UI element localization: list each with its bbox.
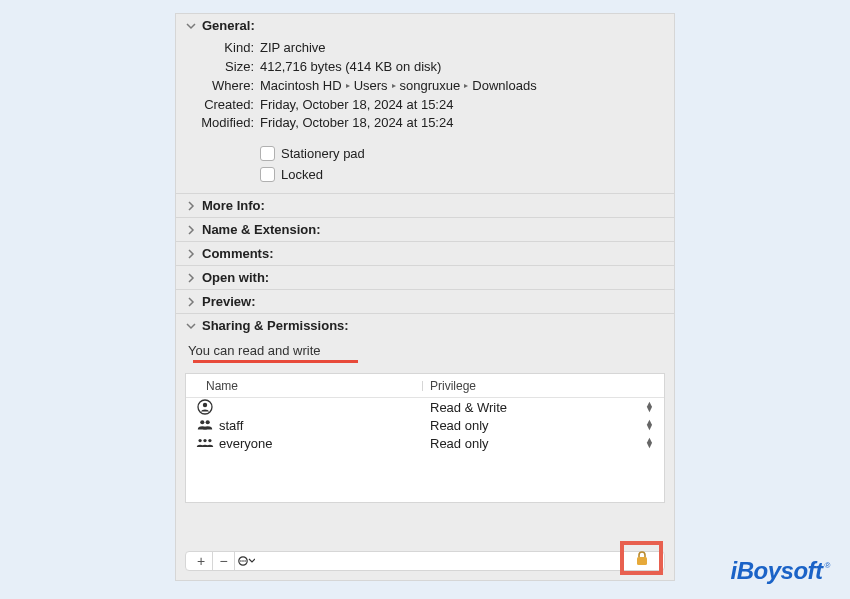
section-more-info-label: More Info:	[202, 198, 265, 213]
path-separator-icon: ▸	[392, 80, 396, 92]
modified-value: Friday, October 18, 2024 at 15:24	[260, 114, 664, 133]
section-general-header[interactable]: General:	[176, 14, 674, 37]
locked-label: Locked	[281, 167, 323, 182]
size-label: Size:	[186, 58, 260, 77]
where-label: Where:	[186, 77, 260, 96]
perm-row-priv: Read & Write	[430, 400, 507, 415]
table-row[interactable]: everyoneRead only▲▼	[186, 434, 664, 452]
section-comments-header[interactable]: Comments:	[176, 241, 674, 265]
lock-icon[interactable]	[634, 550, 650, 566]
perm-priv-cell[interactable]: Read & Write▲▼	[422, 400, 664, 415]
permissions-header: Name Privilege	[186, 374, 664, 398]
created-label: Created:	[186, 96, 260, 115]
chevron-right-icon	[186, 273, 200, 283]
section-more-info-header[interactable]: More Info:	[176, 193, 674, 217]
locked-checkbox[interactable]	[260, 167, 275, 182]
perm-row-priv: Read only	[430, 436, 489, 451]
stationery-checkbox[interactable]	[260, 146, 275, 161]
path-segment: Macintosh HD	[260, 78, 342, 93]
svg-point-4	[198, 439, 201, 442]
svg-point-9	[242, 560, 244, 562]
row-created: Created: Friday, October 18, 2024 at 15:…	[186, 96, 664, 115]
permissions-table: Name Privilege Read & Write▲▼staffRead o…	[185, 373, 665, 503]
chevron-down-icon	[186, 321, 200, 331]
add-button[interactable]: +	[190, 552, 212, 570]
section-sharing-label: Sharing & Permissions:	[202, 318, 349, 333]
section-preview-header[interactable]: Preview:	[176, 289, 674, 313]
chevron-right-icon	[186, 297, 200, 307]
kind-label: Kind:	[186, 39, 260, 58]
chevron-right-icon	[186, 225, 200, 235]
svg-point-6	[208, 439, 211, 442]
chevron-down-icon	[186, 21, 200, 31]
svg-point-10	[244, 560, 246, 562]
row-size: Size: 412,716 bytes (414 KB on disk)	[186, 58, 664, 77]
row-where: Where: Macintosh HD▸Users▸songruxue▸Down…	[186, 77, 664, 96]
svg-rect-11	[637, 557, 647, 565]
size-value: 412,716 bytes (414 KB on disk)	[260, 58, 664, 77]
svg-point-2	[200, 420, 204, 424]
perm-priv-cell[interactable]: Read only▲▼	[422, 418, 664, 433]
perm-row-priv: Read only	[430, 418, 489, 433]
perm-name-cell: everyone	[186, 435, 422, 451]
chevron-right-icon	[186, 201, 200, 211]
permissions-message: You can read and write	[176, 337, 674, 365]
section-name-ext-label: Name & Extension:	[202, 222, 320, 237]
section-open-with-label: Open with:	[202, 270, 269, 285]
where-value: Macintosh HD▸Users▸songruxue▸Downloads	[260, 77, 664, 96]
row-modified: Modified: Friday, October 18, 2024 at 15…	[186, 114, 664, 133]
locked-row: Locked	[186, 164, 664, 185]
section-comments-label: Comments:	[202, 246, 274, 261]
annotation-underline	[193, 360, 358, 363]
perm-row-name: everyone	[219, 436, 272, 451]
path-segment: Users	[354, 78, 388, 93]
section-general-label: General:	[202, 18, 255, 33]
modified-label: Modified:	[186, 114, 260, 133]
privilege-stepper-icon[interactable]: ▲▼	[645, 420, 654, 430]
svg-point-8	[240, 560, 242, 562]
action-menu-button[interactable]	[234, 552, 256, 570]
general-body: Kind: ZIP archive Size: 412,716 bytes (4…	[176, 37, 674, 193]
path-segment: songruxue	[400, 78, 461, 93]
privilege-stepper-icon[interactable]: ▲▼	[645, 438, 654, 448]
stationery-label: Stationery pad	[281, 146, 365, 161]
stationery-row: Stationery pad	[186, 143, 664, 164]
row-kind: Kind: ZIP archive	[186, 39, 664, 58]
perm-name-cell: staff	[186, 417, 422, 433]
person-icon	[196, 399, 214, 415]
path-separator-icon: ▸	[464, 80, 468, 92]
perm-header-name: Name	[186, 379, 422, 393]
path-separator-icon: ▸	[346, 80, 350, 92]
perm-name-cell	[186, 399, 422, 415]
section-sharing-header[interactable]: Sharing & Permissions:	[176, 313, 674, 337]
kind-value: ZIP archive	[260, 39, 664, 58]
watermark-logo: iBoysoft®	[731, 557, 830, 585]
svg-point-3	[206, 420, 210, 424]
remove-button[interactable]: −	[212, 552, 234, 570]
created-value: Friday, October 18, 2024 at 15:24	[260, 96, 664, 115]
path-segment: Downloads	[472, 78, 536, 93]
perm-priv-cell[interactable]: Read only▲▼	[422, 436, 664, 451]
section-preview-label: Preview:	[202, 294, 255, 309]
get-info-window: General: Kind: ZIP archive Size: 412,716…	[175, 13, 675, 581]
annotation-lock-highlight	[620, 541, 663, 575]
perm-row-name: staff	[219, 418, 243, 433]
section-open-with-header[interactable]: Open with:	[176, 265, 674, 289]
table-row[interactable]: staffRead only▲▼	[186, 416, 664, 434]
permissions-toolbar: + −	[185, 551, 665, 571]
everyone-icon	[196, 435, 214, 451]
privilege-stepper-icon[interactable]: ▲▼	[645, 402, 654, 412]
chevron-right-icon	[186, 249, 200, 259]
table-row[interactable]: Read & Write▲▼	[186, 398, 664, 416]
perm-header-priv: Privilege	[422, 379, 664, 393]
group-icon	[196, 417, 214, 433]
svg-point-1	[203, 403, 207, 407]
svg-point-5	[203, 439, 206, 442]
section-name-ext-header[interactable]: Name & Extension:	[176, 217, 674, 241]
